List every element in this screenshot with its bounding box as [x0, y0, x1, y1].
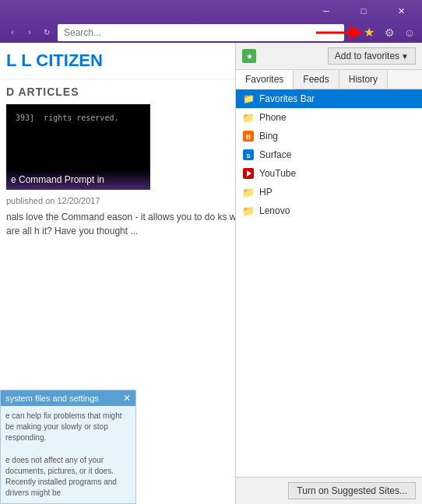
close-button[interactable]: ✕ — [383, 2, 419, 19]
back-button[interactable]: ‹ — [5, 25, 20, 40]
fav-item-youtube[interactable]: YouTube — [236, 164, 422, 183]
add-to-favorites-label: Add to favorites — [335, 51, 399, 61]
maximize-button[interactable]: □ — [346, 2, 382, 19]
refresh-button[interactable]: ↻ — [39, 25, 55, 40]
favorites-panel-header: ★ Add to favorites ▼ — [236, 43, 422, 70]
fav-item-favorites-bar[interactable]: 📁 Favorites Bar — [236, 89, 422, 108]
address-bar: ‹ › ↻ ★ ⚙ ☺ — [0, 22, 422, 43]
dialog-title: system files and settings — [5, 394, 99, 403]
tab-history[interactable]: History — [339, 70, 388, 89]
address-input[interactable] — [58, 24, 344, 41]
surface-icon: S — [243, 149, 254, 160]
fav-youtube-icon — [242, 167, 255, 180]
toolbar-icons: ★ ⚙ ☺ — [361, 25, 417, 40]
title-bar: ─ □ ✕ — [0, 0, 422, 22]
forward-button[interactable]: › — [22, 25, 37, 40]
article-card-overlay: e Command Prompt in — [6, 170, 150, 190]
dialog-header: system files and settings ✕ — [1, 390, 135, 406]
dialog-text-2: e does not affect any of your documents,… — [5, 455, 131, 499]
fav-item-label-lenovo: Lenovo — [259, 205, 290, 216]
fav-item-label-bing: Bing — [259, 131, 278, 142]
fav-item-bing[interactable]: B Bing — [236, 127, 422, 145]
fav-item-label-hp: HP — [259, 187, 273, 198]
add-to-favorites-button[interactable]: Add to favorites ▼ — [328, 47, 416, 65]
folder-icon: 📁 — [242, 112, 255, 124]
dialog-close-button[interactable]: ✕ — [123, 393, 131, 404]
minimize-button[interactable]: ─ — [308, 2, 344, 19]
fav-folder-icon-phone: 📁 — [242, 111, 255, 124]
gear-icon[interactable]: ⚙ — [382, 25, 397, 40]
svg-text:S: S — [246, 152, 251, 159]
article-card-title: e Command Prompt in — [11, 174, 104, 185]
dialog-text-1: e can help fix problems that might be ma… — [5, 411, 131, 443]
cmd-terminal-text: 393] rights reserved. — [6, 104, 150, 131]
terminal-content: 393] rights reserved. — [11, 109, 146, 127]
fav-folder-icon-hp: 📁 — [242, 186, 255, 198]
fav-item-phone[interactable]: 📁 Phone — [236, 108, 422, 127]
fav-item-lenovo[interactable]: 📁 Lenovo — [236, 201, 422, 220]
logo-accent: L — [6, 51, 16, 70]
fav-item-surface[interactable]: S Surface — [236, 145, 422, 164]
fav-surface-icon: S — [242, 149, 255, 161]
bing-icon: B — [243, 131, 254, 142]
favorites-icon: ★ — [242, 49, 256, 63]
bottom-dialog: system files and settings ✕ e can help f… — [0, 390, 136, 504]
smiley-icon[interactable]: ☺ — [402, 25, 417, 40]
tab-feeds[interactable]: Feeds — [294, 70, 339, 89]
youtube-icon — [243, 168, 254, 179]
folder-icon: 📁 — [242, 205, 255, 217]
fav-star-icon: ★ — [246, 52, 253, 61]
star-icon[interactable]: ★ — [361, 25, 377, 40]
favorites-tabs: Favorites Feeds History — [236, 70, 422, 89]
fav-item-label-youtube: YouTube — [259, 168, 296, 179]
browser-chrome: ─ □ ✕ ‹ › ↻ ★ ⚙ ☺ — [0, 0, 422, 43]
fav-item-label-favbar: Favorites Bar — [259, 93, 315, 104]
tab-favorites[interactable]: Favorites — [236, 70, 294, 89]
search-container — [58, 24, 344, 41]
suggested-sites-button[interactable]: Turn on Suggested Sites... — [288, 482, 416, 499]
article-card[interactable]: 393] rights reserved. e Command Prompt i… — [6, 104, 150, 190]
nav-buttons: ‹ › ↻ — [5, 25, 55, 40]
folder-icon: 📁 — [242, 187, 255, 198]
favorites-panel: ★ Add to favorites ▼ Favorites Feeds His… — [235, 43, 422, 504]
fav-item-hp[interactable]: 📁 HP — [236, 183, 422, 201]
favorites-list: 📁 Favorites Bar 📁 Phone B Bi — [236, 89, 422, 477]
title-bar-buttons: ─ □ ✕ — [308, 2, 419, 19]
dropdown-arrow-icon: ▼ — [401, 52, 409, 61]
favorites-footer: Turn on Suggested Sites... — [236, 477, 422, 504]
logo-text: L CITIZEN — [21, 51, 103, 70]
fav-folder-icon-lenovo: 📁 — [242, 205, 255, 217]
fav-folder-icon-favbar: 📁 — [242, 93, 255, 105]
dialog-body: e can help fix problems that might be ma… — [1, 406, 135, 503]
fav-bing-icon: B — [242, 130, 255, 142]
main-area: L L CITIZEN D ARTICLES 393] rights reser… — [0, 43, 422, 504]
folder-icon: 📁 — [243, 93, 255, 104]
fav-item-label-surface: Surface — [259, 149, 291, 160]
fav-item-label-phone: Phone — [259, 112, 287, 123]
svg-text:B: B — [246, 133, 251, 141]
